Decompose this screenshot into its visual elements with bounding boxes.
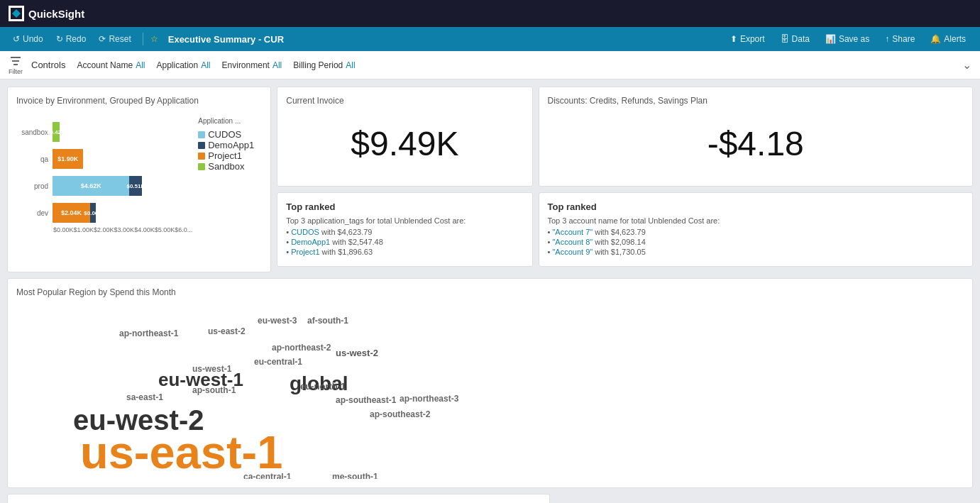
env-chart-area: sandbox $0.42K qa $1.90K prod [16,110,192,263]
data-label: Data [792,34,810,44]
top-ranked-accounts-heading: Top ranked [548,201,964,212]
export-label: Export [740,34,765,44]
current-invoice-card: Current Invoice $9.49K [277,87,532,187]
env-bar-dev-2: $0.00K [90,203,96,223]
legend-item-demoapp1: DemoApp1 [198,140,262,150]
env-row-dev: dev $2.04K $0.00K [16,202,192,223]
account-link-1[interactable]: "Account 7" [552,228,593,236]
env-bars-dev: $2.04K $0.00K [53,202,192,223]
legend-item-sandbox: Sandbox [198,161,262,172]
top-ranked-apps-subtitle: Top 3 application_tags for total Unblend… [286,216,523,225]
logo[interactable]: QuickSight [9,6,84,21]
env-x-axis: $0.00K $1.00K $2.00K $3.00K $4.00K $5.00… [16,226,192,233]
cloud-word-ap-northeast-2: ap-northeast-2 [272,343,331,353]
cloud-word-us-east-2: us-east-2 [208,326,246,336]
environment-value[interactable]: All [272,60,282,70]
reset-icon: ⟳ [99,34,106,44]
reset-button[interactable]: ⟳ Reset [94,33,135,45]
account-link-3[interactable]: "Account 9" [552,248,593,256]
x-tick-3: $3.00K [114,226,135,233]
x-tick-0: $0.00K [53,226,74,233]
app-link-1[interactable]: CUDOS [291,228,319,236]
application-control[interactable]: Application All [156,60,210,70]
cloud-word-ap-northeast-1: ap-northeast-1 [119,328,178,338]
cloud-word-me-south-1: me-south-1 [332,472,378,479]
billing-period-value[interactable]: All [346,60,355,70]
legend-dot-cudos [198,131,205,138]
legend-label-cudos: CUDOS [208,129,241,140]
star-icon: ☆ [150,34,158,44]
top-ranked-account-2: • "Account 8" with $2,098.14 [548,238,964,246]
legend-dot-demoapp1 [198,142,205,149]
account-name-control[interactable]: Account Name All [77,60,145,70]
word-cloud: eu-west-3 us-east-2 af-south-1 ap-northe… [16,302,964,479]
data-button[interactable]: 🗄 Data [775,33,815,45]
logo-text: QuickSight [28,8,84,20]
env-row-prod: prod $4.62K $0.51K [16,175,192,197]
env-bar-sandbox-1: $0.42K [53,122,60,142]
top-ranked-accounts-card: Top ranked Top 3 account name for total … [539,192,974,267]
top-ranked-app-1: • CUDOS with $4,623.79 [286,228,523,236]
account-name-value[interactable]: All [136,60,145,70]
x-tick-4: $4.00K [134,226,155,233]
current-invoice-title: Current Invoice [286,96,523,106]
legend-label-project1: Project1 [208,150,242,161]
application-value[interactable]: All [201,60,210,70]
export-icon: ⬆ [730,34,737,44]
account-link-2[interactable]: "Account 8" [552,238,593,246]
undo-label: Undo [23,34,43,44]
cloud-word-ap-southeast-2: ap-southeast-2 [370,409,430,419]
env-label-dev: dev [16,209,48,217]
cloud-word-eu-central-1: eu-central-1 [254,357,302,367]
env-chart-wrapper: sandbox $0.42K qa $1.90K prod [16,110,262,263]
top-section: Current Invoice $9.49K Top ranked Top 3 … [7,87,973,272]
environment-label: Environment [222,60,270,70]
x-tick-5: $5.00K [155,226,175,233]
x-tick-6: $6.0... [175,226,192,233]
bottom-section: Most Popular Region by Spend this Month … [7,278,973,503]
page-title: Executive Summary - CUR [168,34,284,45]
top-ranked-apps-heading: Top ranked [286,201,523,212]
save-as-button[interactable]: 📊 Save as [820,33,875,45]
legend-title: Application ... [198,117,262,125]
data-icon: 🗄 [781,34,789,44]
env-bar-prod-2: $0.51K [129,176,142,196]
cloud-word-sa-east-1: sa-east-1 [126,392,163,402]
cloud-word-us-west-2: us-west-2 [336,348,378,358]
env-bars-sandbox: $0.42K [53,121,192,143]
save-icon: 📊 [825,34,836,44]
chevron-down-icon[interactable]: ⌄ [962,58,971,72]
save-as-label: Save as [839,34,869,44]
billing-period-control[interactable]: Billing Period All [293,60,355,70]
app-link-3[interactable]: Project1 [291,248,319,256]
region-cloud-card: Most Popular Region by Spend this Month … [7,278,973,488]
top-ranked-accounts-subtitle: Top 3 account name for total Unblended C… [548,216,964,225]
redo-button[interactable]: ↻ Redo [52,33,91,45]
cloud-word-eu-west-3: eu-west-3 [258,316,297,326]
redo-icon: ↻ [56,34,63,44]
cloud-word-us-east-1: us-east-1 [80,426,282,479]
alerts-label: Alerts [944,34,966,44]
legend-dot-sandbox [198,163,205,170]
topbar: QuickSight [0,0,980,27]
cloud-word-af-south-1: af-south-1 [307,316,348,326]
export-button[interactable]: ⬆ Export [725,33,771,45]
alerts-button[interactable]: 🔔 Alerts [925,33,971,45]
undo-button[interactable]: ↺ Undo [9,33,48,45]
app-link-2[interactable]: DemoApp1 [291,238,330,246]
discounts-amount: -$4.18 [548,110,964,177]
filter-button[interactable]: Filter [9,55,23,75]
undo-icon: ↺ [13,34,20,44]
top-ranked-account-3: • "Account 9" with $1,730.05 [548,248,964,256]
controls-label: Controls [31,60,65,70]
share-button[interactable]: ↑ Share [879,33,920,45]
spend-chart-card: Invoice Spend by Product Group By: Accou… [7,494,550,503]
account-name-label: Account Name [77,60,133,70]
env-legend: Application ... CUDOS DemoApp1 Project1 [198,110,262,263]
environment-control[interactable]: Environment All [222,60,282,70]
env-chart-title: Invoice by Environment, Grouped By Appli… [16,96,262,106]
logo-icon [9,6,24,21]
billing-period-label: Billing Period [293,60,343,70]
cloud-word-ap-northeast-3: ap-northeast-3 [400,394,458,404]
env-label-qa: qa [16,155,48,163]
